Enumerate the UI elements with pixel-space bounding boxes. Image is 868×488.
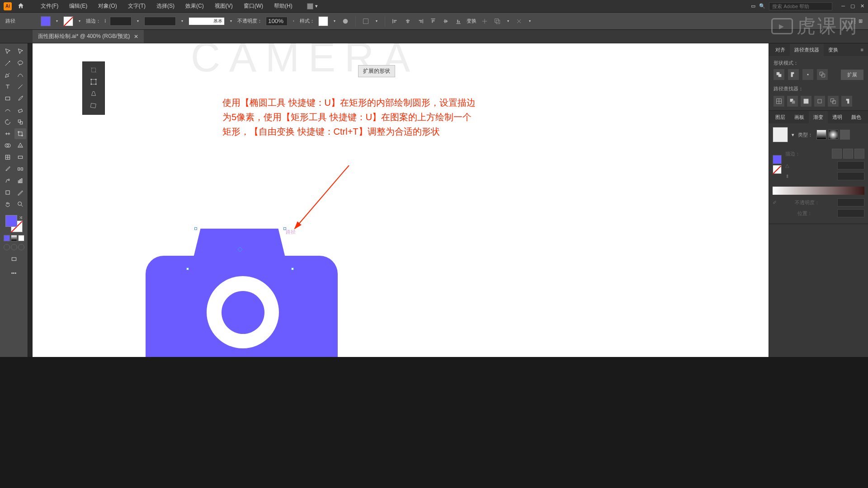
- menu-type[interactable]: 文字(T): [123, 2, 151, 10]
- search-icon[interactable]: 🔍: [759, 3, 765, 9]
- align-bottom-icon[interactable]: [454, 17, 463, 26]
- width-tool[interactable]: [2, 128, 14, 139]
- slice-tool[interactable]: [14, 187, 26, 198]
- scale-tool[interactable]: [14, 117, 26, 127]
- minus-back-btn[interactable]: [841, 96, 852, 107]
- menu-help[interactable]: 帮助(H): [269, 2, 298, 10]
- free-transform-panel[interactable]: [82, 61, 105, 115]
- align-right-icon[interactable]: [416, 17, 425, 26]
- home-icon[interactable]: [17, 2, 24, 10]
- freeform-gradient-btn[interactable]: [840, 130, 850, 140]
- document-tab[interactable]: 面性图标绘制.ai* @ 400% (RGB/预览) ✕: [33, 30, 144, 43]
- variable-width-input[interactable]: [144, 17, 176, 26]
- lasso-tool[interactable]: [14, 58, 26, 69]
- sel-handle-tl[interactable]: [194, 227, 197, 230]
- ft-constrain[interactable]: [85, 65, 102, 75]
- ft-distort[interactable]: [85, 100, 102, 111]
- expand-button[interactable]: 扩展: [841, 70, 863, 80]
- unite-mode[interactable]: [774, 69, 784, 80]
- none-mode[interactable]: [18, 235, 24, 241]
- crop-btn[interactable]: [814, 96, 825, 107]
- exclude-mode[interactable]: [817, 69, 828, 80]
- grad-stroke-mini[interactable]: [773, 165, 782, 174]
- artboard-tool[interactable]: [2, 187, 14, 198]
- rotate-tool[interactable]: [2, 117, 14, 127]
- divide-btn[interactable]: [774, 96, 784, 107]
- trim-btn[interactable]: [787, 96, 798, 107]
- mesh-tool[interactable]: [2, 152, 14, 163]
- panel-menu-icon[interactable]: ≡: [858, 47, 866, 52]
- view-swatch[interactable]: [307, 3, 313, 9]
- draw-inside[interactable]: [18, 244, 24, 250]
- transform-icon[interactable]: [514, 17, 524, 26]
- paintbrush-tool[interactable]: [14, 93, 26, 104]
- sel-handle-bl[interactable]: [186, 267, 189, 270]
- align-dropdown[interactable]: ▾: [374, 19, 379, 23]
- profile-dropdown[interactable]: ▾: [228, 19, 234, 23]
- style-swatch[interactable]: [318, 16, 328, 26]
- menu-edit[interactable]: 编辑(E): [64, 2, 93, 10]
- minus-front-mode[interactable]: [788, 69, 799, 80]
- hand-tool[interactable]: [2, 199, 14, 210]
- minimize-icon[interactable]: ─: [841, 3, 845, 9]
- opacity-dropdown[interactable]: ›: [291, 19, 296, 23]
- transform-label[interactable]: 变换: [467, 18, 476, 24]
- curvature-tool[interactable]: [14, 70, 26, 80]
- fill-dropdown[interactable]: ▾: [54, 19, 60, 23]
- shape-builder-tool[interactable]: [2, 140, 14, 151]
- arrange-docs-icon[interactable]: ▭: [751, 3, 755, 9]
- type-tool[interactable]: [2, 81, 14, 92]
- magic-wand-tool[interactable]: [2, 58, 14, 69]
- ft-free[interactable]: [85, 76, 102, 87]
- tab-transparency[interactable]: 透明: [828, 111, 847, 123]
- sel-handle-br[interactable]: [291, 267, 294, 270]
- tab-transform[interactable]: 变换: [824, 44, 843, 56]
- opacity-input[interactable]: [266, 17, 288, 26]
- tab-pathfinder[interactable]: 路径查找器: [790, 44, 824, 56]
- tab-align[interactable]: 对齐: [771, 44, 790, 56]
- stroke-profile[interactable]: 基本: [189, 17, 225, 25]
- eraser-tool[interactable]: [14, 105, 26, 116]
- isolate-icon[interactable]: [480, 17, 489, 26]
- blend-tool[interactable]: [14, 164, 26, 174]
- shape-dropdown[interactable]: ▾: [505, 19, 511, 23]
- menu-file[interactable]: 文件(F): [35, 2, 64, 10]
- grad-fill-mini[interactable]: [773, 155, 782, 164]
- intersect-mode[interactable]: [802, 69, 813, 80]
- column-graph-tool[interactable]: [14, 175, 26, 186]
- chevron-down-icon[interactable]: ▾: [315, 3, 318, 9]
- tab-color[interactable]: 颜色: [847, 111, 866, 123]
- tab-layers[interactable]: 图层: [771, 111, 790, 123]
- variable-width-dropdown[interactable]: ▾: [179, 19, 185, 23]
- gradient-dropdown[interactable]: ▾: [792, 132, 794, 138]
- stroke-weight-dropdown[interactable]: ▾: [135, 19, 141, 23]
- rectangle-tool[interactable]: [2, 93, 14, 104]
- stroke-weight-input[interactable]: [110, 17, 132, 26]
- fill-stroke-swatches[interactable]: ⤭: [5, 215, 23, 232]
- fill-swatch[interactable]: [41, 16, 51, 26]
- draw-normal[interactable]: [4, 244, 10, 250]
- direct-selection-tool[interactable]: [14, 46, 26, 57]
- align-left-icon[interactable]: [391, 17, 400, 26]
- selection-tool[interactable]: [2, 46, 14, 57]
- tab-close-icon[interactable]: ✕: [134, 33, 138, 40]
- perspective-tool[interactable]: [14, 140, 26, 151]
- tab-gradient[interactable]: 渐变: [809, 111, 828, 123]
- swap-colors-icon[interactable]: ⤭: [19, 215, 23, 220]
- symbol-sprayer-tool[interactable]: [2, 175, 14, 186]
- recolor-icon[interactable]: [341, 17, 350, 26]
- free-transform-tool[interactable]: [14, 128, 26, 139]
- eyedropper-grad-icon[interactable]: ✐: [773, 200, 777, 206]
- align-vcenter-icon[interactable]: [441, 17, 450, 26]
- eyedropper-tool[interactable]: [2, 164, 14, 174]
- outline-btn[interactable]: [828, 96, 839, 107]
- fill-color[interactable]: [5, 215, 17, 227]
- gradient-slider[interactable]: [773, 187, 864, 195]
- menu-object[interactable]: 对象(O): [93, 2, 122, 10]
- sel-handle-tr[interactable]: [283, 227, 286, 230]
- shaper-tool[interactable]: [2, 105, 14, 116]
- stroke-swatch[interactable]: [63, 16, 73, 26]
- merge-btn[interactable]: [801, 96, 811, 107]
- tab-artboards[interactable]: 画板: [790, 111, 809, 123]
- linear-gradient-btn[interactable]: [816, 130, 826, 140]
